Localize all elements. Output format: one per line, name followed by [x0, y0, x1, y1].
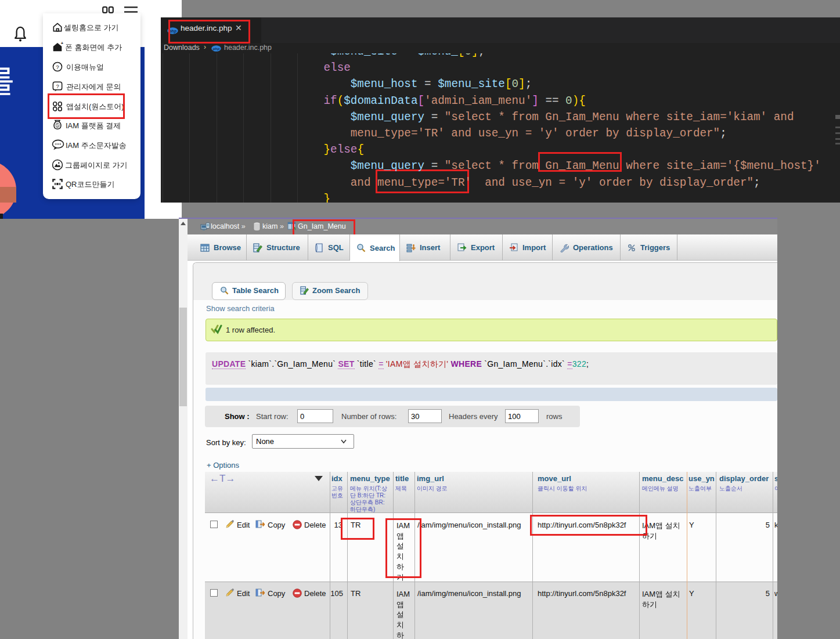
svg-text:⑤: ⑤ [55, 123, 60, 128]
svg-text:?: ? [56, 83, 59, 89]
svg-text:php: php [212, 46, 220, 50]
svg-text:?: ? [56, 64, 59, 70]
svg-text:+: + [61, 41, 63, 46]
